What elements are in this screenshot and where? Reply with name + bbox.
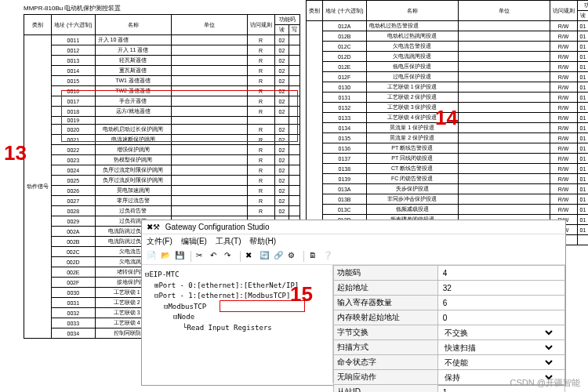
- th-w: 写: [289, 25, 300, 35]
- separator: [240, 251, 241, 262]
- th-name: 名称: [95, 15, 171, 35]
- th-addr: 地址 (十六进制): [323, 1, 367, 21]
- th-unit: 单位: [458, 1, 550, 21]
- label-14: 14: [435, 106, 458, 130]
- table-row: 0017手合开遥信R02: [24, 96, 300, 107]
- menubar: 文件(F) 编辑(E) 工具(T) 帮助(H): [142, 234, 565, 249]
- separator: [303, 251, 304, 262]
- table-row: 013C低频减载投退R/W0105/15: [307, 205, 589, 215]
- table-row: 013A失步保护投退R/W0105/15: [307, 184, 589, 194]
- prop-input[interactable]: [441, 313, 559, 323]
- open-icon[interactable]: 📂: [161, 251, 172, 262]
- toolbar: 📄 📂 💾 ✂ ↶ ↷ ✖ 🔄 🔗 ⚙ 🗎 ❔: [142, 249, 565, 265]
- table-row: 0014重瓦斯遥信R02: [24, 66, 300, 76]
- table-row: 0026晃电加速跳闸R02: [24, 186, 300, 196]
- th-unit: 单位: [171, 15, 247, 35]
- label-13: 13: [4, 141, 27, 165]
- prop-key: 起始地址: [334, 281, 438, 296]
- th-rule: 访问规则: [550, 1, 577, 21]
- save-icon[interactable]: 💾: [175, 251, 186, 262]
- redo-icon[interactable]: ↷: [224, 251, 235, 262]
- th-name: 名称: [366, 1, 458, 21]
- table-row: 0022增强保护跳闸R02: [24, 145, 300, 155]
- prop-row: 起始地址: [334, 281, 565, 296]
- prop-value-cell: 不交换: [437, 325, 564, 340]
- th-fcode: 功能码: [274, 15, 300, 25]
- tree-root[interactable]: ⊟EIP-MTC: [145, 270, 329, 281]
- menu-help[interactable]: 帮助(H): [249, 237, 276, 245]
- prop-key: 扫描方式: [334, 340, 438, 355]
- tree-node[interactable]: ⊟Node: [173, 312, 329, 323]
- prop-select[interactable]: 快速扫描: [441, 343, 556, 353]
- undo-icon[interactable]: ↶: [210, 251, 221, 262]
- app-window: ✖⚒ Gateway Configuration Studio 文件(F) 编辑…: [141, 220, 566, 386]
- prop-value-cell: [437, 281, 564, 296]
- prop-select[interactable]: 不交换: [441, 328, 556, 338]
- prop-value-cell: 快速扫描: [437, 340, 564, 355]
- refresh-icon[interactable]: 🔄: [260, 251, 270, 262]
- table-row: 0138CT 断线告警投退R/W0105/15: [307, 164, 589, 174]
- table-row: 0019: [24, 117, 300, 125]
- prop-row: 扫描方式快速扫描: [334, 340, 565, 355]
- prop-key: 命令状态字: [334, 355, 438, 370]
- prop-key: 内存映射起始地址: [334, 310, 438, 325]
- prop-row: 内存映射起始地址: [334, 310, 565, 325]
- prop-value-cell: [437, 296, 564, 310]
- link-icon[interactable]: 🔗: [274, 251, 285, 262]
- prop-row: 输入寄存器数量: [334, 296, 565, 310]
- label-15: 15: [290, 282, 313, 307]
- prop-key: 从站ID: [334, 385, 438, 393]
- prop-row: 功能码: [334, 266, 565, 281]
- cat-cell: 动作信号: [24, 35, 52, 339]
- prop-select[interactable]: 不使能: [441, 358, 556, 368]
- prop-value-cell: [437, 266, 564, 281]
- app-title: Gateway Configuration Studio: [165, 223, 270, 231]
- th-fcode: 功能码: [577, 1, 588, 11]
- table-row: 012C欠电流告警投退R/W0105/15: [307, 42, 589, 52]
- table-row: 0135晃流量 2 保护投退R/W0105/15: [307, 133, 589, 143]
- table-row: 0020电动机启动过长保护跳闸R02: [24, 125, 300, 135]
- config-icon[interactable]: ⚙: [288, 251, 299, 262]
- th-cat: 类别: [307, 1, 323, 21]
- th-addr: 地址 (十六进制): [52, 15, 96, 35]
- delete-icon[interactable]: ✖: [245, 251, 256, 262]
- table-row: 012B电动机过热跳闸投退R/W0105/15: [307, 31, 589, 42]
- table-row: 012A电动机过热告警投退R/W0105/15: [307, 21, 589, 31]
- table-row: 0024负序过流定时限保护跳闸R02: [24, 165, 300, 176]
- prop-input[interactable]: [441, 283, 559, 293]
- prop-input[interactable]: [441, 268, 559, 278]
- table-row: 0137PT 回线闭锁投退R/W0105/15: [307, 154, 589, 164]
- tree-leaf[interactable]: └Read Input Registers: [183, 323, 329, 334]
- prop-value-cell: [437, 310, 564, 325]
- menu-file[interactable]: 文件(F): [147, 237, 172, 245]
- table-row: 0027零序过流告警R02: [24, 196, 300, 206]
- doc-icon[interactable]: 🗎: [309, 251, 320, 262]
- cut-icon[interactable]: ✂: [196, 251, 207, 262]
- properties-grid: 功能码起始地址输入寄存器数量内存映射起始地址字节交换不交换扫描方式快速扫描命令状…: [332, 265, 565, 383]
- menu-tools[interactable]: 工具(T): [216, 237, 241, 245]
- table-row: 0136PT 断线告警投退R/W0105/15: [307, 143, 589, 154]
- app-titlebar: ✖⚒ Gateway Configuration Studio: [142, 220, 565, 234]
- help-icon[interactable]: ❔: [323, 251, 334, 262]
- table-row: 0131工艺联锁 2 保护投退R/W0105/15: [307, 93, 589, 103]
- table-row: 012E低电压保护投退R/W0105/15: [307, 62, 589, 72]
- th-rule: 访问规则: [247, 15, 274, 35]
- menu-edit[interactable]: 编辑(E): [181, 237, 207, 245]
- prop-key: 输入寄存器数量: [334, 296, 438, 310]
- table-row: 0130工艺联锁 1 保护投退R/W0105/15: [307, 82, 589, 93]
- table-row: 动作信号0011开入 10 遥信R02: [24, 35, 300, 45]
- prop-row: 字节交换不交换: [334, 325, 565, 340]
- table-row: 0012开入 11 遥信R02: [24, 45, 300, 56]
- table-row: 0021电流速断保护跳闸R02: [24, 135, 300, 145]
- table-row: 0025负序过流反时限保护跳闸R02: [24, 176, 300, 186]
- prop-key: 功能码: [334, 266, 438, 281]
- table13-title: MMPR-810Bu 电动机保护测控装置: [24, 4, 298, 13]
- prop-row: 命令状态字不使能: [334, 355, 565, 370]
- table-row: 012F过电压保护投退R/W0105/15: [307, 72, 589, 82]
- prop-key: 无响应动作: [334, 370, 438, 385]
- table-row: 0016TW2 遥信遥信R02: [24, 86, 300, 96]
- new-icon[interactable]: 📄: [147, 251, 158, 262]
- prop-input[interactable]: [441, 298, 559, 308]
- table-row: 0028过负荷告警R02: [24, 206, 300, 216]
- prop-key: 字节交换: [334, 325, 438, 340]
